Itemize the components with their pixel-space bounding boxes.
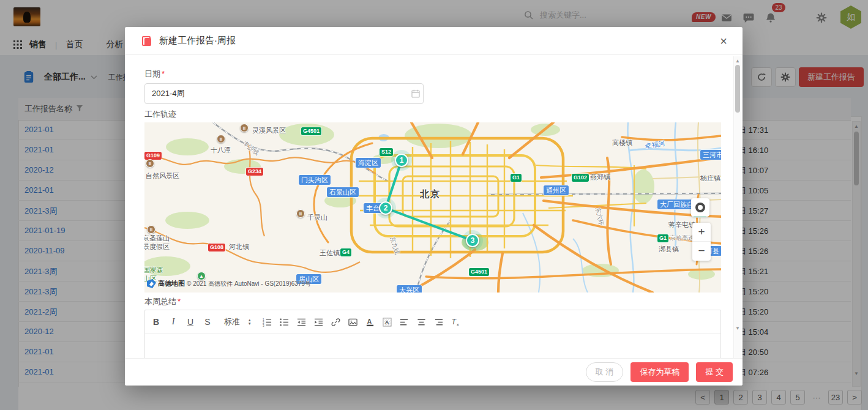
font-style-button[interactable]: 标准▴▾	[222, 315, 253, 329]
map-label: 北京	[420, 188, 441, 200]
save-draft-button[interactable]: 保存为草稿	[630, 362, 689, 382]
track-label: 工作轨迹	[144, 109, 176, 120]
map-label: G1	[657, 234, 668, 242]
map-brand: 高德地图	[158, 279, 185, 288]
map-label: 自然风景区	[146, 171, 179, 181]
map-label: G108	[208, 244, 225, 252]
bold-button[interactable]: B	[149, 315, 163, 329]
map-label: 海淀区	[356, 158, 381, 168]
image-button[interactable]	[346, 315, 361, 329]
map-label: G102	[572, 174, 589, 182]
summary-label: 本周总结*	[144, 296, 181, 307]
map-label: G109	[144, 152, 162, 160]
outdent-button[interactable]	[294, 315, 309, 329]
unordered-list-button[interactable]	[277, 315, 292, 329]
zoom-out-button[interactable]: −	[692, 242, 711, 260]
track-marker-3: 3	[466, 234, 479, 247]
required-mark: *	[162, 69, 165, 78]
align-left-button[interactable]	[397, 315, 412, 329]
temple-icon: Ⅲ	[240, 124, 249, 132]
map-label: 门头沟区	[299, 175, 331, 185]
scroll-up-icon[interactable]: ▲	[734, 58, 741, 64]
modal-scrollbar-thumb[interactable]	[735, 65, 740, 113]
modal-title: 新建工作报告·周报	[159, 35, 236, 47]
map-label: 高楼镇	[612, 138, 632, 147]
map-label: 漷县镇	[659, 245, 679, 254]
close-icon[interactable]: ×	[716, 33, 731, 49]
font-color-button[interactable]: A	[363, 315, 378, 329]
map-label: 千灵山	[307, 213, 327, 222]
map-label: 杨庄镇	[700, 174, 720, 183]
map-canvas	[144, 122, 721, 293]
scroll-down-icon[interactable]: ▼	[734, 326, 741, 331]
locate-icon	[695, 203, 705, 212]
modal-footer: 取 消 保存为草稿 提 交	[125, 358, 743, 386]
modal-header: 新建工作报告·周报 ×	[125, 27, 743, 55]
work-track-map[interactable]: 灵溪风景区十八潭自然风景区千灵山高楼镇燕郊镇杨庄镇蒋辛屯镇河北镇王佐镇漷县镇北京…	[144, 122, 721, 293]
new-report-modal: 新建工作报告·周报 × 日期* 工作轨迹	[125, 27, 743, 386]
align-center-button[interactable]	[414, 315, 429, 329]
map-label: G4	[340, 248, 351, 256]
map-locate-button[interactable]	[691, 198, 709, 217]
map-label: 大兴区	[397, 285, 422, 293]
cancel-button[interactable]: 取 消	[586, 362, 624, 382]
italic-button[interactable]: I	[166, 315, 181, 329]
submit-button[interactable]: 提 交	[696, 362, 733, 382]
svg-text:A: A	[385, 319, 389, 326]
temple-icon: Ⅲ	[146, 159, 154, 168]
map-zoom-control: + −	[692, 223, 711, 261]
map-label: G1	[511, 174, 522, 182]
link-button[interactable]	[329, 315, 343, 329]
map-label: 国家森	[144, 266, 163, 275]
map-label: 王佐镇	[320, 248, 340, 258]
map-label: 京哈高速	[670, 234, 694, 242]
map-label: 河北镇	[229, 242, 249, 252]
report-icon	[142, 36, 151, 46]
align-right-button[interactable]	[432, 315, 446, 329]
strikethrough-button[interactable]: S	[200, 315, 215, 329]
map-label: 石景山区	[327, 187, 359, 197]
amap-logo-icon	[147, 279, 156, 288]
svg-text:A: A	[367, 318, 372, 324]
clear-format-button[interactable]: Tx	[449, 315, 463, 329]
temple-icon: Ⅲ	[147, 225, 155, 234]
background-color-button[interactable]: A	[380, 315, 395, 329]
map-label: G4501	[301, 127, 321, 135]
svg-text:3: 3	[263, 324, 264, 327]
temple-icon: Ⅲ	[217, 135, 225, 143]
zoom-in-button[interactable]: +	[692, 223, 711, 242]
map-label: 北京圣莲山	[144, 234, 170, 243]
required-mark: *	[178, 297, 181, 306]
map-label: 三河市	[700, 150, 721, 160]
track-marker-1: 1	[395, 154, 408, 167]
modal-scrollbar[interactable]: ▲ ▼	[733, 56, 741, 361]
date-label: 日期*	[144, 69, 165, 80]
track-marker-2: 2	[379, 201, 392, 215]
underline-button[interactable]: U	[183, 315, 198, 329]
svg-text:x: x	[456, 322, 458, 327]
map-label: 风景度假区	[144, 242, 170, 252]
page: 搜索关键字... NEW 23 如 销售|首页分析线索 全部工作...	[0, 0, 868, 410]
editor-toolbar: BIUS标准▴▾123AATx	[145, 310, 720, 334]
map-label: S12	[380, 148, 393, 156]
date-input[interactable]	[144, 83, 424, 104]
map-label: G4501	[469, 268, 489, 276]
map-label: 十八潭	[211, 146, 231, 155]
map-label: 通州区	[544, 185, 569, 195]
calendar-icon[interactable]	[411, 89, 420, 98]
ordered-list-button[interactable]: 123	[260, 315, 275, 329]
map-label: 燕郊镇	[590, 173, 610, 182]
map-label: 灵溪风景区	[252, 126, 286, 135]
temple-icon: Ⅲ	[296, 209, 305, 218]
map-label: 蒋辛屯镇	[668, 220, 695, 229]
map-copyright: © 2021 高德软件 AutoNavi - GS(2019)6379号	[187, 280, 311, 288]
indent-button[interactable]	[312, 315, 326, 329]
map-attribution: 高德地图 © 2021 高德软件 AutoNavi - GS(2019)6379…	[147, 279, 311, 288]
map-label: G234	[246, 168, 263, 176]
